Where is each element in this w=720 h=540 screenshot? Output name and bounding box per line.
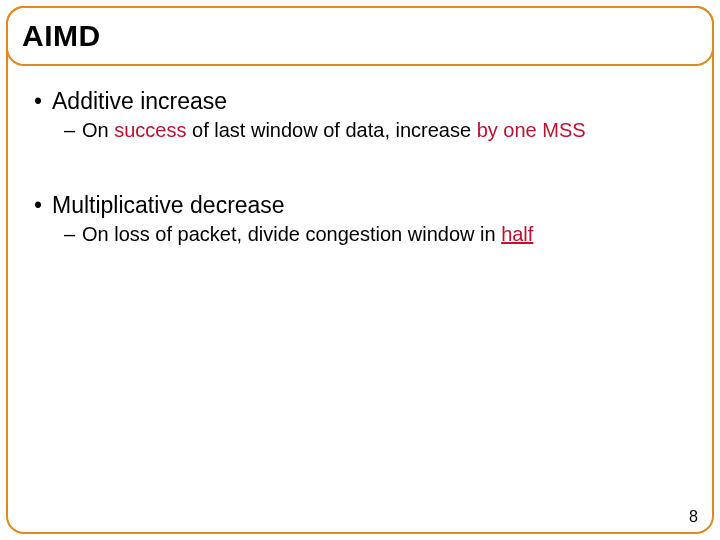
highlight-by-one-mss: by one MSS — [477, 119, 586, 141]
subbullet-text: On loss of packet, divide congestion win… — [82, 223, 533, 246]
subbullet-text: On success of last window of data, incre… — [82, 119, 586, 142]
highlight-success: success — [114, 119, 186, 141]
bullet-additive-increase: • Additive increase — [34, 88, 686, 115]
text-run: On — [82, 119, 114, 141]
bullet-dot-icon: • — [34, 192, 52, 219]
text-run: of last window of data, increase — [187, 119, 477, 141]
subbullet-additive: – On success of last window of data, inc… — [64, 119, 686, 142]
bullet-text: Multiplicative decrease — [52, 192, 285, 219]
subbullet-multiplicative: – On loss of packet, divide congestion w… — [64, 223, 686, 246]
title-box: AIMD — [6, 6, 714, 66]
bullet-dot-icon: • — [34, 88, 52, 115]
bullet-text: Additive increase — [52, 88, 227, 115]
slide-title: AIMD — [22, 19, 101, 53]
bullet-dash-icon: – — [64, 119, 82, 142]
spacer — [34, 142, 686, 186]
content-area: • Additive increase – On success of last… — [6, 66, 714, 534]
bullet-multiplicative-decrease: • Multiplicative decrease — [34, 192, 686, 219]
bullet-dash-icon: – — [64, 223, 82, 246]
slide: AIMD • Additive increase – On success of… — [0, 0, 720, 540]
highlight-half: half — [501, 223, 533, 245]
text-run: On loss of packet, divide congestion win… — [82, 223, 501, 245]
page-number: 8 — [689, 508, 698, 526]
